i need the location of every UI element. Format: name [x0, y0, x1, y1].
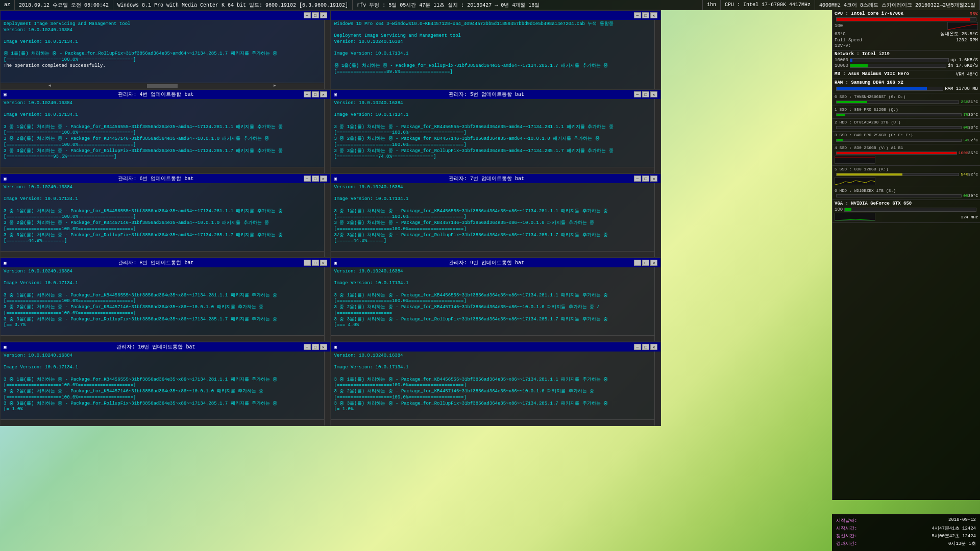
cmd-title-5: 관리자: 6번 업데이트통합 bat [8, 175, 303, 182]
cmd-title-9: 관리자: 10번 업데이트통합 bat [8, 343, 303, 350]
drive-1-bar-row: 7% 36°C [835, 112, 978, 117]
scrollbar-8[interactable] [654, 267, 660, 341]
scrollbar-6[interactable] [654, 183, 660, 257]
min-8[interactable]: ─ [634, 260, 641, 266]
close-10[interactable]: ✕ [650, 344, 657, 350]
elapsed-label: 경과시간: [836, 540, 857, 547]
hscrollbar-6[interactable] [331, 251, 655, 257]
close-4[interactable]: ✕ [650, 91, 657, 97]
cmd-titlebar-8: ▣ 관리자: 9번 업데이트통합 bat ─ □ ✕ [331, 258, 661, 267]
cmd-titlebar-4: ▣ 관리자: 5번 업데이트통합 bat ─ □ ✕ [331, 90, 661, 99]
cmd-titlebar-6: ▣ 관리자: 7번 업데이트통합 bat ─ □ ✕ [331, 174, 661, 183]
ram-progress-bar [836, 87, 943, 91]
last-time-label: 갱신시간: [836, 533, 857, 539]
cmd-controls-10: ─ □ ✕ [634, 344, 657, 350]
drive-1-title-row: 1 SSD : 850 PRO 512GB (Q:) [835, 107, 978, 112]
cmd-text-5: Version: 10.0.10240.16384 Image Version:… [4, 185, 327, 244]
drive-4-label: 4 SSD : 830 256GB (V:) A1 B1 [835, 145, 903, 150]
cmd-controls-5: ─ □ ✕ [304, 176, 327, 182]
cmd-window-5: ▣ 관리자: 6번 업데이트통합 bat ─ □ ✕ Version: 10.0… [0, 173, 331, 258]
ram-used-val: RAM 13788 MB [945, 86, 978, 91]
hscrollbar-4[interactable] [331, 167, 655, 173]
drive-1-fill [837, 114, 845, 116]
min-10[interactable]: ─ [634, 344, 641, 350]
scrollbar-10[interactable] [654, 352, 660, 425]
cmd-titlebar-top-right: ─ □ ✕ [331, 11, 661, 20]
drive-4-fill [837, 152, 957, 154]
cmd-body-top-right: Windows 10 Pro x64 3→Windows10.0~KB44571… [331, 20, 661, 89]
close-5[interactable]: ✕ [320, 176, 327, 182]
max-5[interactable]: □ [312, 176, 319, 182]
mb-title: MB : Asus Maximus VIII Hero [835, 71, 909, 77]
min-9[interactable]: ─ [304, 344, 311, 350]
info-panel: 시작날짜: 2018-09-12 시작시간: 4시47분41초 12424 갱신… [832, 514, 980, 551]
drive-6-bar [836, 194, 962, 197]
cmd-controls-4: ─ □ ✕ [634, 91, 657, 97]
hscrollbar-8[interactable] [331, 335, 655, 341]
cmd-hscrollbar-bottom[interactable]: ◄ ► [1, 83, 324, 89]
taskbar-ram: 4000MHz 4코어 8스레드 스카이레이크 20160322→2년5개월21… [815, 0, 980, 10]
drive-0-title-row: 0 SSD : THNSNH256GBST (G: D:) [835, 94, 978, 99]
drive-0-section: 0 SSD : THNSNH256GBST (G: D:) 25% 31°C [832, 93, 980, 106]
cmd-body-10: Version: 10.0.10240.16384 Image Version:… [331, 352, 661, 425]
cmd-controls-right: ─ □ ✕ [634, 12, 657, 18]
taskbar-datetime: 2018.09.12 수요일 오전 05:00:42 [15, 0, 113, 10]
start-time-label: 시작시간: [836, 525, 857, 532]
hscrollbar-9[interactable] [1, 419, 324, 425]
scrollbar-7[interactable] [324, 267, 330, 341]
drive-2-section: 2 HDD : DT01ACA200 2TB (U:) 0% 33°C [832, 119, 980, 132]
hscrollbar-7[interactable] [1, 335, 324, 341]
cmd-controls: ─ □ ✕ [304, 12, 327, 18]
max-3[interactable]: □ [312, 91, 319, 97]
scrollbar-5[interactable] [324, 183, 330, 257]
drive-5-graph-row [835, 177, 978, 185]
cmd-scrollbar-top-right[interactable] [654, 20, 660, 89]
close-8[interactable]: ✕ [650, 260, 657, 266]
cmd-scrollbar-right[interactable] [324, 20, 330, 89]
minimize-button-r[interactable]: ─ [634, 12, 641, 18]
hscrollbar-5[interactable] [1, 251, 324, 257]
cmd-body-9: Version: 10.0.10240.16384 Image Version:… [1, 352, 330, 425]
maximize-button[interactable]: □ [312, 12, 319, 18]
max-6[interactable]: □ [642, 176, 649, 182]
drive-3-fill [837, 139, 843, 141]
scrollbar-4[interactable] [654, 99, 660, 173]
min-3[interactable]: ─ [304, 91, 311, 97]
maximize-button-r[interactable]: □ [642, 12, 649, 18]
elapsed-value: 0시13분 1초 [948, 540, 976, 547]
min-7[interactable]: ─ [304, 260, 311, 266]
drive-0-bar [836, 101, 959, 104]
min-5[interactable]: ─ [304, 176, 311, 182]
max-8[interactable]: □ [642, 260, 649, 266]
max-9[interactable]: □ [312, 344, 319, 350]
min-6[interactable]: ─ [634, 176, 641, 182]
close-9[interactable]: ✕ [320, 344, 327, 350]
close-button[interactable]: ✕ [320, 12, 327, 18]
max-10[interactable]: □ [642, 344, 649, 350]
close-7[interactable]: ✕ [320, 260, 327, 266]
vga-title-row: VGA : NVIDIA GeForce GTX 650 [835, 201, 978, 207]
close-button-r[interactable]: ✕ [650, 12, 657, 18]
scrollbar-3[interactable] [324, 99, 330, 173]
drive-4-graph-row [835, 156, 978, 164]
hscrollbar-3[interactable] [1, 167, 324, 173]
cmd-icon-6: ▣ [334, 176, 337, 182]
network-dn-row: 10000 dn 17.6KB/S [835, 63, 978, 68]
vga-progress-bar [844, 208, 976, 212]
min-4[interactable]: ─ [634, 91, 641, 97]
max-7[interactable]: □ [312, 260, 319, 266]
max-4[interactable]: □ [642, 91, 649, 97]
ram-section: RAM : Samsung DDR4 16G x2 RAM 13788 MB [832, 79, 980, 93]
drive-4-graph [835, 156, 875, 164]
vga-graph [835, 213, 875, 221]
hscrollbar-10[interactable] [331, 419, 655, 425]
cpu-voltage-row: 12V-V: [835, 43, 978, 48]
close-3[interactable]: ✕ [320, 91, 327, 97]
drive-2-bar-row: 0% 33°C [835, 125, 978, 130]
scrollbar-9[interactable] [324, 352, 330, 425]
drive-2-label: 2 HDD : DT01ACA200 2TB (U:) [835, 120, 901, 124]
minimize-button[interactable]: ─ [304, 12, 311, 18]
close-6[interactable]: ✕ [650, 176, 657, 182]
cmd-titlebar-3: ▣ 관리자: 4번 업데이트통합 bat ─ □ ✕ [1, 90, 330, 99]
cmd-titlebar-top-left: ─ □ ✕ [1, 11, 330, 20]
